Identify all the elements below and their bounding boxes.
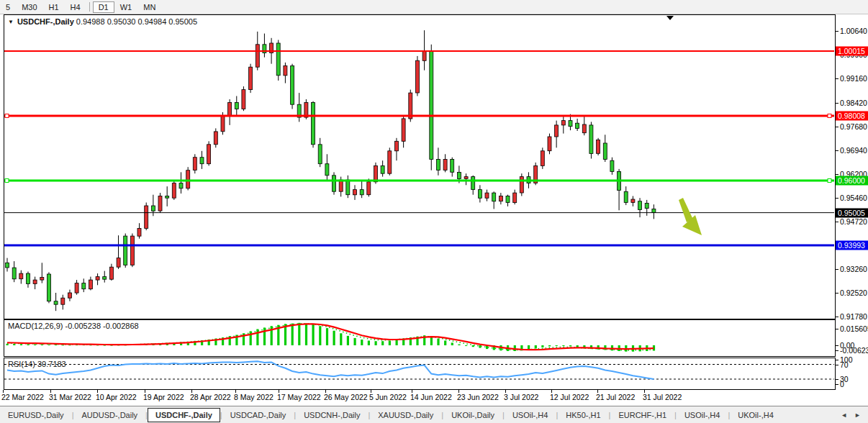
date-axis-label: 10 Apr 2022 [96,393,137,401]
date-axis-label: 28 Apr 2022 [190,393,231,401]
tab-scroll-right-icon[interactable]: ► [854,411,861,419]
price-axis-tick [836,150,838,151]
tab-scroll-arrows: ◄► [841,411,861,419]
chart-tab-usdchf-daily[interactable]: USDCHF-,Daily [148,408,220,422]
rsi-label: RSI(14) 30.7183 [8,360,66,368]
rsi-axis-tick [836,379,838,380]
price-axis-tick [836,174,838,175]
current-bar-marker-icon [666,16,674,20]
price-axis-label: 0.91780 [840,312,867,321]
price-badge-0.96000: 0.96000 [836,176,868,186]
chart-tab-hk50-h1[interactable]: HK50-,H1 [558,409,608,422]
macd-axis-tick [836,345,838,346]
rsi-axis-tick [836,365,838,365]
tab-scroll-left-icon[interactable]: ◄ [841,411,847,419]
ohlc-open: 0.94988 [76,17,105,26]
price-axis-label: 0.95460 [840,194,867,202]
price-axis-label: 1.00640 [840,27,867,35]
candles-layer [6,30,656,311]
chart-tab-usdcnh-daily[interactable]: USDCNH-,Daily [296,409,368,422]
price-axis-tick [836,269,838,270]
chart-canvas[interactable] [0,0,868,423]
chart-tab-usoil-h4[interactable]: USOil-,H4 [677,409,728,422]
chart-tab-xauusd-daily[interactable]: XAUUSD-,Daily [370,409,441,422]
price-axis-tick [836,127,838,127]
price-axis-tick [836,222,838,222]
rsi-axis-label: 70 [840,360,849,369]
date-axis-label: 8 May 2022 [234,393,273,401]
chart-tab-eurusd-daily[interactable]: EURUSD-,Daily [0,409,72,422]
price-axis-label: 0.98420 [840,99,867,107]
chart-symbol-label: USDCHF-,Daily [17,17,74,26]
price-axis-label: 0.94720 [840,217,867,226]
date-axis-label: 17 May 2022 [277,393,321,401]
price-badge-0.93993: 0.93993 [836,241,868,250]
price-axis-label: 0.97680 [840,122,867,131]
level-line-0.96000[interactable] [4,179,834,183]
date-axis-label: 31 Mar 2022 [49,393,91,401]
price-axis-tick [836,78,838,79]
rsi-axis-tick [836,384,838,385]
rsi-layer [4,361,834,379]
macd-axis-tick [836,350,838,351]
macd-axis-tick [836,329,838,329]
rsi-axis-label: 0 [840,380,844,388]
date-axis-label: 19 Apr 2022 [143,393,184,401]
date-axis-label: 3 Jul 2022 [504,393,538,401]
date-axis-label: 26 May 2022 [324,393,368,401]
price-axis-tick [836,198,838,199]
price-axis-tick [836,293,838,294]
price-axis-label: 0.93260 [840,265,867,273]
date-axis-label: 21 Jul 2022 [596,393,635,401]
date-axis-label: 12 Jul 2022 [550,393,589,401]
price-badge-0.95005: 0.95005 [836,208,868,217]
macd-axis-label: 0.015605 [840,324,868,333]
date-axis-label: 22 Mar 2022 [1,393,44,401]
price-badge-0.98008: 0.98008 [836,111,868,120]
price-axis-tick [836,317,838,317]
ohlc-low: 0.94984 [137,17,166,26]
level-line-0.98008[interactable] [4,114,834,117]
symbol-dropdown-icon[interactable]: ▼ [8,19,14,25]
price-axis-label: 0.92520 [840,288,867,297]
price-axis-label: 0.96940 [840,146,867,155]
rsi-axis-tick [836,360,838,360]
macd-label: MACD(12,26,9) -0.005238 -0.002868 [8,322,139,330]
chart-tab-usoil-h4[interactable]: USOil-,H4 [505,409,556,422]
chart-tab-ukoil-daily[interactable]: UKOil-,Daily [443,409,502,422]
ohlc-high: 0.95030 [107,17,136,26]
date-axis-label: 5 Jun 2022 [369,393,407,401]
terminal-window: 5M30H1H4D1W1MN ▼USDCHF-,Daily 0.94988 0.… [0,0,868,423]
chart-tab-usdcad-daily[interactable]: USDCAD-,Daily [222,409,294,422]
macd-axis-label: -0.00623 [840,346,868,355]
date-axis-label: 31 Jul 2022 [643,393,682,401]
date-axis-label: 14 Jun 2022 [410,393,452,401]
date-axis-label: 23 Jun 2022 [457,393,499,401]
down-arrow-annotation-icon[interactable] [679,198,702,235]
chart-title: ▼USDCHF-,Daily 0.94988 0.95030 0.94984 0… [8,17,197,26]
ohlc-close: 0.95005 [168,17,197,26]
chart-tab-bar: EURUSD-,Daily|AUDUSD-,Daily|USDCHF-,Dail… [0,406,868,423]
price-axis-tick [836,31,838,32]
chart-tab-ukoil-h4[interactable]: UKOil-,H4 [730,409,782,422]
price-axis-tick [836,103,838,104]
price-axis-label: 0.99160 [840,74,867,83]
price-badge-1.00015: 1.00015 [836,47,868,56]
chart-tab-eurchf-h1[interactable]: EURCHF-,H1 [610,409,674,422]
chart-tab-audusd-daily[interactable]: AUDUSD-,Daily [73,409,145,422]
